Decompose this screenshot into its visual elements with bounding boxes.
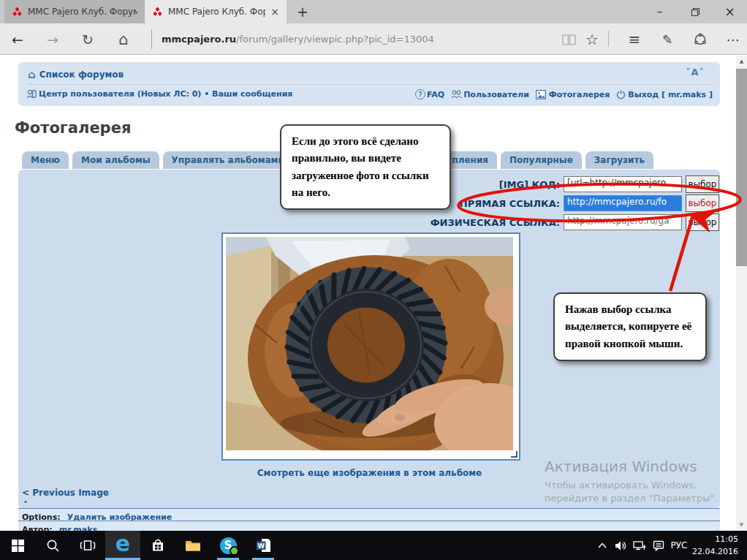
logout-link[interactable]: Выход [ mr.maks ] [616,90,713,99]
gallery-link[interactable]: Фотогалерея [536,90,610,99]
tab-title: MMC Pajero Клуб. Форум • [28,7,137,17]
direct-link-input[interactable]: http://mmcpajero.ru/fo [564,195,682,211]
browser-tab-active[interactable]: MMC Pajero Клуб. Фор × [145,0,287,23]
scroll-down-icon[interactable]: ▼ [736,522,747,528]
file-explorer-button[interactable] [175,531,211,560]
page-title: Фотогалерея [15,119,131,137]
header-divider [28,84,710,85]
clock-date: 22.04.2016 [687,545,738,558]
header-right-links: ? FAQ Пользователи Фотогалерея Выход [ m… [0,89,713,99]
options-row: Options: Удалить изображение [18,509,720,521]
gear-photo [226,237,513,450]
refresh-icon[interactable]: ↻ [76,28,99,51]
scroll-up-icon[interactable]: ▲ [736,56,747,64]
close-button[interactable]: × [713,0,746,23]
hub-icon[interactable]: ≡ [623,28,645,51]
users-icon [451,90,462,99]
forward-icon[interactable]: → [41,28,64,51]
tab-my-albums[interactable]: Мои альбомы [72,151,159,169]
tab-popular[interactable]: Популярные [501,151,582,169]
tab-close-icon[interactable]: × [270,6,279,18]
network-icon[interactable] [630,531,649,560]
svg-text:W: W [257,542,265,550]
favorites-star-icon[interactable]: ☆ [581,28,603,51]
mitsubishi-favicon [12,7,23,17]
font-size-control[interactable]: ˅A˄ [686,67,705,77]
photo-frame[interactable] [221,232,520,461]
page-scrollbar[interactable]: ▲ ▼ [736,56,747,531]
tab-menu[interactable]: Меню [22,151,69,169]
tray-chevron-icon[interactable] [594,531,611,560]
forum-list-link[interactable]: ⌂ Список форумов [28,68,124,81]
physical-link-select-button[interactable]: выбор [686,213,719,231]
volume-icon[interactable] [611,531,630,560]
windows-activation-watermark: Активация Windows Чтобы активировать Win… [545,458,718,505]
restore-icon [691,8,699,15]
tab-title: MMC Pajero Клуб. Фор [168,7,265,17]
toolbar-separator [608,31,609,47]
physical-link-input[interactable]: http://mmcpajero.ru/ga [564,214,682,230]
watermark-title: Активация Windows [545,458,718,475]
skype-button[interactable]: S [211,531,246,560]
img-code-select-button[interactable]: выбор [686,175,719,193]
tab-manage-albums[interactable]: Управлять альбомами [163,151,293,169]
edge-icon: e [115,533,130,555]
share-icon[interactable] [689,28,711,51]
back-icon[interactable]: ← [6,28,29,51]
word-icon: W [256,538,271,553]
physical-link-label: ФИЗИЧЕСКАЯ ССЫЛКА: [341,217,560,228]
power-icon [616,90,626,99]
restore-button[interactable] [678,0,711,23]
new-tab-button[interactable]: + [292,1,313,22]
users-link[interactable]: Пользователи [451,90,529,99]
logout-label: Выход [ mr.maks ] [628,90,713,99]
task-view-icon [80,539,96,552]
folder-icon [185,539,201,552]
word-button[interactable]: W [246,531,281,560]
address-bar-separator [151,29,152,49]
resize-handle-icon[interactable] [511,451,517,458]
minimize-button[interactable]: – [643,0,676,23]
clock-time: 11:05 [687,533,738,545]
action-center-icon[interactable] [649,531,668,560]
skype-status-dot [230,546,239,556]
more-icon[interactable]: ⋯ [722,28,744,51]
faq-label: FAQ [427,90,444,99]
reading-view-icon[interactable] [558,28,580,51]
previous-image-link[interactable]: < Previous Image [22,488,109,498]
photo-caption-link[interactable]: Смотреть еще изображения в этом альбоме [221,468,517,478]
mitsubishi-favicon [152,7,163,17]
clock[interactable]: 11:05 22.04.2016 [687,533,738,558]
address-bar[interactable]: mmcpajero.ru/forum/gallery/viewpic.php?p… [162,34,434,45]
start-button[interactable] [0,531,35,560]
callout-top: Если до этого всё сделано правильно, вы … [280,124,451,210]
forum-list-label: Список форумов [39,69,124,80]
faq-link[interactable]: ? FAQ [415,89,444,99]
windows-logo-icon [12,540,24,552]
callout-right: Нажав выбор ссылка выделяется, копируете… [553,292,707,361]
task-view-button[interactable] [70,531,105,560]
store-icon [151,538,165,553]
browser-tab-background[interactable]: MMC Pajero Клуб. Форум • [4,0,145,23]
edge-taskbar-button[interactable]: e [105,531,140,560]
home-icon: ⌂ [28,68,36,81]
bullet: • [23,498,28,506]
scrollbar-thumb[interactable] [736,69,747,266]
direct-link-select-button[interactable]: выбор [686,194,719,212]
web-note-icon[interactable]: ✎ [656,28,678,51]
search-icon [46,539,60,553]
users-label: Пользователи [463,90,529,99]
picture-icon [536,90,546,99]
physical-link-row: ФИЗИЧЕСКАЯ ССЫЛКА: http://mmcpajero.ru/g… [341,213,719,231]
img-code-input[interactable]: [url=http://mmcpajero [564,176,682,192]
url-host: mmcpajero.ru [162,34,236,45]
home-icon[interactable]: ⌂ [112,28,135,51]
search-button[interactable] [35,531,70,560]
store-button[interactable] [140,531,175,560]
tab-upload[interactable]: Загрузить [585,151,653,169]
question-icon: ? [415,89,425,99]
watermark-line1: Чтобы активировать Windows, [545,479,718,492]
gallery-label: Фотогалерея [549,90,610,99]
watermark-line2: перейдите в раздел "Параметры". [545,492,718,505]
skype-icon: S [220,537,237,554]
